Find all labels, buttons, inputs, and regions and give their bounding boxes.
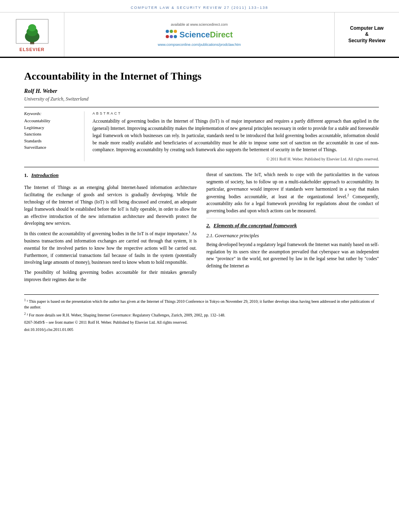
author-name: Rolf H. Weber (24, 88, 379, 94)
keywords-label: Keywords: (24, 111, 79, 116)
section2-heading-row: 2. Elements of the conceptual framework (206, 222, 379, 230)
section2-title: Elements of the conceptual framework (214, 222, 297, 230)
abstract-column: ABSTRACT Accountability of governing bod… (93, 111, 379, 161)
footnote-doi: doi:10.1016/j.clsr.2011.01.005 (24, 327, 379, 333)
center-logo-box: available at www.sciencedirect.com Scien… (64, 12, 335, 57)
sd-dot-1 (166, 30, 169, 33)
right-column: threat of sanctions. The IoT, which need… (206, 171, 379, 286)
keywords-column: Keywords: Accountability Legitimacy Sanc… (24, 111, 84, 161)
keyword-surveillance: Surveillance (24, 144, 79, 151)
sd-logo-text: ScienceDirect (179, 30, 232, 39)
journal-title: COMPUTER LAW & SECURITY REVIEW 27 (2011)… (131, 6, 268, 10)
body-divider (24, 167, 379, 167)
journal-header: COMPUTER LAW & SECURITY REVIEW 27 (2011)… (0, 0, 399, 12)
website-url: www.compseconline.com/publications/prodc… (158, 43, 241, 47)
section1-para3: The possibility of holding governing bod… (24, 269, 197, 283)
left-column: 1. Introduction The Internet of Things a… (24, 171, 197, 286)
elsevier-tree-icon (12, 17, 52, 45)
journal-name-text: Computer Law & Security Review (348, 25, 385, 44)
section2-para1: Being developed beyond a regulatory lega… (206, 241, 379, 270)
sd-dot-5 (170, 35, 173, 38)
sd-dots-icon (166, 30, 178, 39)
right-journal-name: Computer Law & Security Review (335, 12, 399, 57)
abstract-heading: ABSTRACT (93, 111, 379, 115)
footnote-2: 2 ² For more details see R.H. Weber, Sha… (24, 312, 379, 318)
subsection21-title: Governance principles (215, 233, 259, 238)
sd-dot-4 (166, 35, 169, 38)
available-text: available at www.sciencedirect.com (171, 23, 228, 27)
sd-dot-2 (170, 30, 173, 33)
footnote-copyright: 0267-3649/$ – see front matter © 2011 Ro… (24, 320, 379, 325)
keyword-accountability: Accountability (24, 117, 79, 124)
keyword-standards: Standards (24, 138, 79, 144)
section1-number: 1. (24, 171, 28, 182)
logo-bar: ELSEVIER available at www.sciencedirect.… (0, 12, 399, 58)
svg-point-3 (28, 24, 36, 31)
article-title: Accountability in the Internet of Things (24, 70, 379, 82)
footnote-1: 1 ¹ This paper is based on the presentat… (24, 298, 379, 310)
elsevier-logo-box: ELSEVIER (0, 12, 64, 57)
keyword-sanctions: Sanctions (24, 131, 79, 138)
abstract-keywords-section: Keywords: Accountability Legitimacy Sanc… (24, 111, 379, 161)
section2-heading: 2. Elements of the conceptual framework (206, 218, 379, 230)
article-content: Accountability in the Internet of Things… (0, 58, 399, 342)
footnote-area: 1 ¹ This paper is based on the presentat… (24, 294, 379, 333)
subsection21-number: 2.1. (206, 233, 214, 238)
section1-title: Introduction (31, 171, 59, 179)
two-column-body: 1. Introduction The Internet of Things a… (24, 171, 379, 286)
sd-dot-6 (174, 35, 177, 38)
subsection21-heading: 2.1. Governance principles (206, 232, 379, 240)
elsevier-label: ELSEVIER (19, 47, 44, 52)
keyword-legitimacy: Legitimacy (24, 124, 79, 131)
divider-after-author (24, 107, 379, 107)
copyright-line: © 2011 Rolf H. Weber. Published by Elsev… (93, 157, 379, 161)
sd-dot-3 (174, 30, 177, 33)
section2-number: 2. (206, 222, 210, 230)
section1-right-para1: threat of sanctions. The IoT, which need… (206, 171, 379, 215)
author-affiliation: University of Zurich, Switzerland (24, 96, 379, 102)
section1-para1: The Internet of Things as an emerging gl… (24, 184, 197, 227)
section1-heading-row: 1. Introduction (24, 171, 197, 182)
section1-para2: In this context the accountability of go… (24, 230, 197, 266)
abstract-text: Accountability of governing bodies in th… (93, 118, 379, 154)
sciencedirect-logo: ScienceDirect (166, 30, 232, 39)
